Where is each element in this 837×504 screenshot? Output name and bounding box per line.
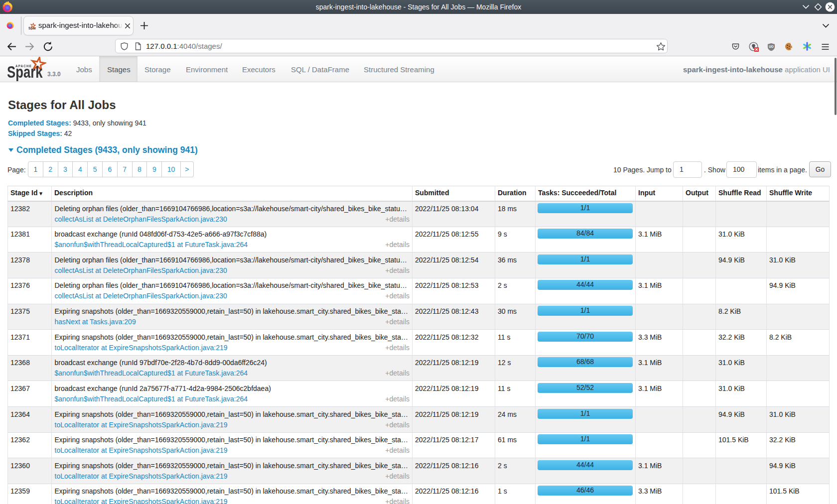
svg-text:Spark: Spark	[28, 26, 36, 30]
svg-text:UO: UO	[769, 45, 774, 48]
